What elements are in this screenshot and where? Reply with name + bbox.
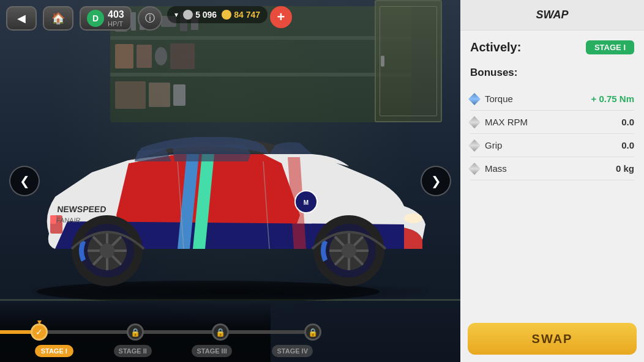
left-arrow-icon: ❮ — [20, 174, 30, 188]
svg-point-3 — [404, 213, 422, 223]
bonus-row-grip: Grip 0.0 — [470, 134, 634, 157]
next-arrow[interactable]: ❯ — [421, 166, 451, 196]
diamond-icon-torque — [468, 93, 481, 105]
swap-button-container: SWAP — [460, 316, 644, 362]
svg-text:M: M — [304, 199, 309, 206]
node-stage2[interactable]: 🔒 — [127, 323, 144, 341]
gem-icon — [183, 10, 193, 20]
active-stage-badge: STAGE I — [586, 40, 634, 54]
node-stage3[interactable]: 🔒 — [212, 323, 229, 341]
bonus-name-torque: Torque — [485, 94, 585, 104]
car-panel: NEWSPEED FANAIR M ❮ ❯ ◀ 🏠 — [0, 0, 460, 362]
back-button[interactable]: ◀ — [6, 6, 37, 31]
right-panel: SWAP Actively: STAGE I Bonuses: Torque +… — [460, 0, 644, 362]
progress-area: ▼ ✓ ✓ 🔒 🔒 — [0, 330, 313, 339]
gold-value: 84 747 — [234, 10, 260, 20]
svg-point-0 — [37, 281, 380, 301]
hp-unit: HP/T — [108, 20, 124, 28]
stage-label-stage1[interactable]: STAGE I — [35, 345, 73, 357]
car-image: NEWSPEED FANAIR M — [6, 93, 435, 301]
svg-text:NEWSPEED: NEWSPEED — [57, 204, 107, 214]
gold-icon — [222, 10, 231, 20]
garage-icon: 🏠 — [51, 12, 65, 25]
bonuses-title: Bonuses: — [470, 67, 634, 79]
bonus-name-mass: Mass — [485, 163, 610, 174]
swap-button[interactable]: SWAP — [468, 323, 637, 355]
bonus-name-grip: Grip — [485, 140, 615, 150]
stage-selector: ▼ ✓ ✓ 🔒 🔒 — [0, 301, 271, 362]
diamond-icon-mass — [468, 163, 481, 175]
back-icon: ◀ — [17, 12, 26, 25]
dropdown-arrow-icon: ▾ — [174, 10, 178, 19]
bonus-value-torque: + 0.75 Nm — [591, 94, 634, 104]
bonus-row-torque: Torque + 0.75 Nm — [470, 87, 634, 111]
actively-row: Actively: STAGE I — [470, 40, 634, 54]
rank-badge: D 403 HP/T — [80, 6, 132, 31]
info-button[interactable]: ⓘ — [138, 6, 162, 31]
panel-title: SWAP — [460, 0, 644, 31]
svg-point-13 — [342, 243, 356, 258]
round-item — [155, 47, 167, 65]
stage-label-stage4[interactable]: STAGE IV — [272, 345, 313, 357]
shelf-middle — [110, 40, 411, 76]
panel-content: Actively: STAGE I Bonuses: Torque + 0.75… — [460, 31, 644, 316]
gems-value: 5 096 — [195, 10, 217, 20]
progress-track: ✓ ✓ 🔒 🔒 🔒 — [0, 330, 313, 334]
gold-currency: 84 747 — [222, 10, 260, 20]
svg-point-21 — [100, 243, 114, 258]
hp-value: 403 — [108, 9, 124, 20]
box-item — [170, 43, 195, 69]
box-item — [115, 44, 133, 68]
add-currency-button[interactable]: + — [270, 6, 292, 28]
add-icon: + — [277, 9, 285, 25]
gems-currency: 5 096 — [183, 10, 217, 20]
actively-label: Actively: — [470, 40, 521, 54]
right-arrow-icon: ❯ — [431, 174, 441, 188]
prev-arrow[interactable]: ❮ — [9, 166, 40, 196]
node-stage1[interactable]: ✓ — [31, 323, 48, 341]
bonus-value-rpm: 0.0 — [621, 117, 634, 127]
currency-display[interactable]: ▾ 5 096 84 747 — [167, 6, 268, 23]
info-icon: ⓘ — [145, 12, 155, 25]
svg-text:FANAIR: FANAIR — [56, 216, 81, 224]
rank-letter: D — [92, 13, 99, 23]
stage-labels: STOCK STAGE I STAGE II STAGE III STAGE I… — [0, 345, 313, 357]
node-stage4[interactable]: 🔒 — [304, 323, 321, 341]
box-item — [137, 45, 152, 68]
bonus-row-mass: Mass 0 kg — [470, 157, 634, 180]
cabinet-handle — [381, 56, 384, 67]
bonus-row-rpm: MAX RPM 0.0 — [470, 111, 634, 134]
rank-circle: D — [87, 10, 104, 27]
stage-label-stage2[interactable]: STAGE II — [114, 345, 152, 357]
garage-button[interactable]: 🏠 — [43, 6, 73, 31]
stage-label-stage3[interactable]: STAGE III — [192, 345, 231, 357]
bonus-name-rpm: MAX RPM — [485, 117, 615, 127]
main-container: NEWSPEED FANAIR M ❮ ❯ ◀ 🏠 — [0, 0, 644, 362]
bonus-value-mass: 0 kg — [616, 163, 634, 174]
diamond-icon-rpm — [468, 116, 481, 128]
bonus-value-grip: 0.0 — [621, 140, 634, 150]
diamond-icon-grip — [468, 139, 481, 152]
car-svg: NEWSPEED FANAIR M — [6, 93, 435, 301]
